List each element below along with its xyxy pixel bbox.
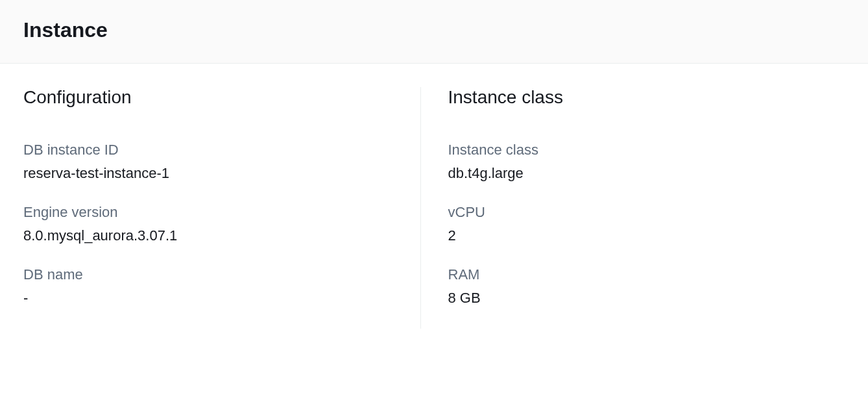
vcpu-label: vCPU: [448, 204, 819, 221]
ram-label: RAM: [448, 266, 819, 283]
instance-class-field: Instance class db.t4g.large: [448, 142, 819, 182]
ram-value: 8 GB: [448, 290, 819, 307]
db-name-value: -: [23, 290, 394, 307]
page-header: Instance: [0, 0, 868, 64]
instance-class-title: Instance class: [448, 87, 819, 108]
db-instance-id-value: reserva-test-instance-1: [23, 165, 394, 182]
instance-class-column: Instance class Instance class db.t4g.lar…: [421, 87, 845, 329]
content-area: Configuration DB instance ID reserva-tes…: [0, 64, 868, 329]
instance-class-value: db.t4g.large: [448, 165, 819, 182]
engine-version-value: 8.0.mysql_aurora.3.07.1: [23, 227, 394, 244]
page-title: Instance: [23, 18, 845, 42]
engine-version-field: Engine version 8.0.mysql_aurora.3.07.1: [23, 204, 394, 244]
ram-field: RAM 8 GB: [448, 266, 819, 307]
configuration-title: Configuration: [23, 87, 394, 108]
vcpu-value: 2: [448, 227, 819, 244]
db-name-field: DB name -: [23, 266, 394, 307]
db-instance-id-label: DB instance ID: [23, 142, 394, 158]
vcpu-field: vCPU 2: [448, 204, 819, 244]
db-name-label: DB name: [23, 266, 394, 283]
configuration-column: Configuration DB instance ID reserva-tes…: [23, 87, 421, 329]
db-instance-id-field: DB instance ID reserva-test-instance-1: [23, 142, 394, 182]
instance-class-label: Instance class: [448, 142, 819, 158]
engine-version-label: Engine version: [23, 204, 394, 221]
